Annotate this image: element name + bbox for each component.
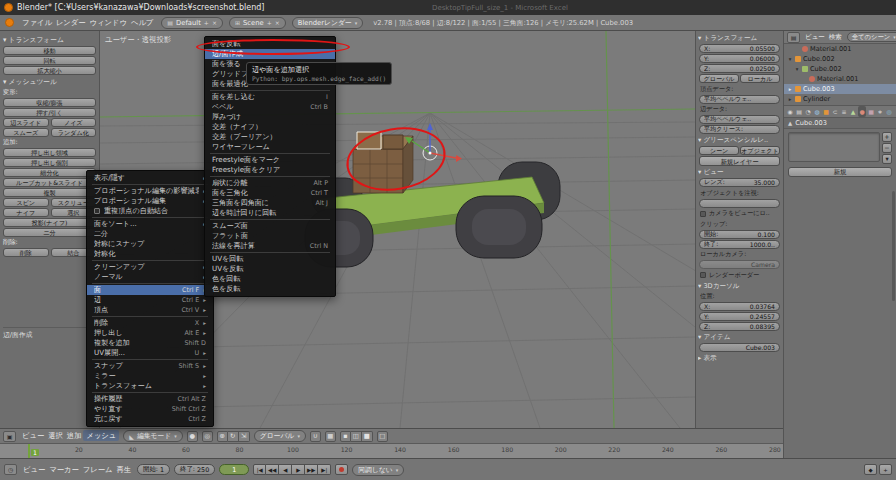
mesh-menu-item[interactable]: 押し出しAlt E▸ <box>87 328 213 338</box>
tool-shelf-section-header[interactable]: ▾ トランスフォーム <box>3 35 96 45</box>
number-field[interactable]: Z:0.08395 <box>699 322 780 331</box>
outliner-menu-item[interactable]: ビュー <box>803 33 827 41</box>
tool-button[interactable]: スピン <box>3 198 49 207</box>
occlude-geometry-icon[interactable]: □ <box>377 431 388 442</box>
tool-button[interactable]: 拡大縮小 <box>3 66 96 75</box>
play-button[interactable]: ▶ <box>292 464 305 475</box>
timeline-ruler[interactable]: 1 20406080100120140160180200220240260280 <box>0 443 783 458</box>
mesh-menu-item[interactable]: 操作履歴Ctrl Alt Z <box>87 394 213 404</box>
mesh-menu-item[interactable]: 複製を追加Shift D <box>87 338 213 348</box>
insert-keyframe-icon[interactable]: + <box>879 464 892 475</box>
outliner-editor-icon[interactable]: ▤ <box>787 32 800 43</box>
scrollbar[interactable] <box>892 191 895 301</box>
edge-select-icon[interactable]: ◫ <box>351 431 362 442</box>
timeline-menu-item[interactable]: 再生 <box>114 465 133 474</box>
tab-object-data-icon[interactable]: ▲ <box>849 106 857 117</box>
number-field[interactable]: レンズ:35.000 <box>699 178 780 187</box>
operator-panel[interactable]: 辺/面作成 <box>3 327 96 340</box>
titlebar[interactable]: Blender* [C:¥Users¥kanazawa¥Downloads¥sc… <box>0 0 896 15</box>
tool-button[interactable]: 収縮/膨張 <box>3 98 96 107</box>
tool-button[interactable]: 細分化 <box>3 168 96 177</box>
face-select-icon[interactable]: ■ <box>362 431 373 442</box>
panel-button[interactable]: シーン <box>699 146 739 155</box>
scene-dropdown[interactable]: ⊞ Scene + × <box>229 17 286 29</box>
tab-texture-icon[interactable]: ▦ <box>867 106 875 117</box>
tab-world-icon[interactable]: ◍ <box>813 106 821 117</box>
infobar-menu-item[interactable]: ウィンドウ <box>88 18 129 27</box>
tool-button[interactable]: 投影(ナイフ) <box>3 218 96 227</box>
keying-set-icon[interactable]: ◆ <box>864 464 877 475</box>
tool-button[interactable]: 押す/引く <box>3 108 96 117</box>
tab-object-icon[interactable]: ■ <box>822 106 830 117</box>
pivot-center-icon[interactable]: ◎ <box>202 431 213 442</box>
mesh-menu-item[interactable]: 面Ctrl F▸ <box>87 285 213 295</box>
tool-button[interactable]: 辺スライド <box>3 118 49 127</box>
mesh-menu-item[interactable]: やり直すShift Ctrl Z <box>87 404 213 414</box>
face-menu-item[interactable]: 辺を時計回りに回転 <box>205 208 335 218</box>
timeline-menu-item[interactable]: ビュー <box>21 465 47 474</box>
current-frame-field[interactable]: 1 <box>219 464 249 475</box>
add-layout-icon[interactable]: + <box>204 19 209 26</box>
view3d-editor-icon[interactable]: ▣ <box>3 431 16 442</box>
number-field[interactable]: 終了:1000.0.. <box>699 240 780 249</box>
frame-start-field[interactable]: 開始: 1 <box>137 464 170 475</box>
timeline-menu-item[interactable]: フレーム <box>81 465 115 474</box>
face-menu-item[interactable]: フラット面 <box>205 231 335 241</box>
mesh-menu-item[interactable]: 対称にスナップ <box>87 239 213 249</box>
face-menu-item[interactable]: ベベルCtrl B <box>205 102 335 112</box>
outliner-menu-item[interactable]: 検索 <box>827 33 844 41</box>
add-slot-button[interactable]: + <box>882 132 892 142</box>
tool-button[interactable]: 押し出し個別 <box>3 158 96 167</box>
tab-render-icon[interactable]: ◉ <box>786 106 794 117</box>
next-keyframe-button[interactable]: ▶▶ <box>305 464 318 475</box>
panel-header[interactable]: ▾ トランスフォーム <box>698 34 781 43</box>
number-field[interactable]: 平均ベベルウェ.. <box>699 95 780 104</box>
checkbox[interactable]: レンダーボーダー <box>700 271 779 280</box>
panel-button[interactable]: オブジェクト <box>740 146 780 155</box>
outliner-row[interactable]: ▸Cube.003 <box>784 84 896 94</box>
outliner-row[interactable]: Material.001 <box>784 74 896 84</box>
tab-modifiers-icon[interactable]: ≡ <box>840 106 848 117</box>
screen-layout-dropdown[interactable]: ▤ Default + × <box>161 17 223 29</box>
number-field[interactable]: 開始:0.100 <box>699 230 780 239</box>
remove-layout-icon[interactable]: × <box>212 19 217 26</box>
outliner-row[interactable]: Material.001 <box>784 44 896 54</box>
panel-header[interactable]: ▾ グリースペンシルレ.. <box>698 136 781 145</box>
material-slot-list[interactable] <box>788 132 880 162</box>
mesh-menu-item[interactable]: 頂点Ctrl V▸ <box>87 305 213 315</box>
number-field[interactable] <box>699 199 780 208</box>
vertex-select-icon[interactable]: ▪ <box>340 431 351 442</box>
remove-scene-icon[interactable]: × <box>275 19 280 26</box>
tab-scene-icon[interactable]: ◔ <box>804 106 812 117</box>
outliner-row[interactable]: ▾Cube.002 <box>784 64 896 74</box>
panel-header[interactable]: ▾ 3Dカーソル <box>698 282 781 291</box>
current-frame-line[interactable] <box>28 444 30 458</box>
face-menu-item[interactable]: Freestyle面をクリア <box>205 165 335 175</box>
jump-start-button[interactable]: |◀ <box>253 464 266 475</box>
face-menu-item[interactable]: Freestyle面をマーク <box>205 155 335 165</box>
panel-header[interactable]: ▸ 表示 <box>698 354 781 363</box>
infobar-menu-item[interactable]: ヘルプ <box>129 18 155 27</box>
render-engine-dropdown[interactable]: Blenderレンダー ▾ <box>292 17 364 29</box>
tab-render-layers-icon[interactable]: ▤ <box>795 106 803 117</box>
tool-button[interactable]: ナイフ <box>3 208 49 217</box>
manipulator-scale-icon[interactable]: ⇲ <box>239 431 250 442</box>
face-menu-item[interactable]: 扇状に分離Alt P <box>205 178 335 188</box>
view3d-menu-item[interactable]: メッシュ <box>83 430 119 441</box>
face-menu-item[interactable]: UVを反転 <box>205 264 335 274</box>
mesh-menu-item[interactable]: ミラー▸ <box>87 371 213 381</box>
remove-slot-button[interactable]: − <box>882 143 892 153</box>
panel-header[interactable]: ▾ ビュー <box>698 168 781 177</box>
face-menu-item[interactable]: 辺/面作成 <box>205 49 335 59</box>
blender-menu-icon[interactable] <box>5 18 14 27</box>
face-menu-item[interactable]: 面を三角化Ctrl T <box>205 188 335 198</box>
mesh-menu-item[interactable]: プロポーショナル編集▸ <box>87 196 213 206</box>
tool-button[interactable]: 移動 <box>3 46 96 55</box>
face-menu-item[interactable]: 面を差し込むI <box>205 92 335 102</box>
expand-arrow-icon[interactable]: ▾ <box>787 56 793 62</box>
tool-button[interactable]: 二分 <box>3 228 96 237</box>
mesh-menu-item[interactable]: スナップShift S▸ <box>87 361 213 371</box>
frame-end-field[interactable]: 終了: 250 <box>174 464 215 475</box>
face-menu-item[interactable]: 法線を再計算Ctrl N <box>205 241 335 251</box>
tool-button[interactable]: スムーズ <box>3 128 49 137</box>
